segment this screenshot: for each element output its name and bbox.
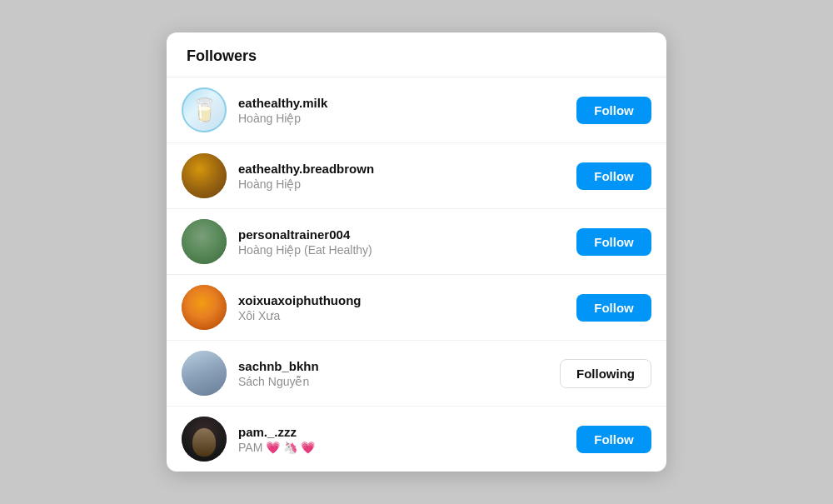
follower-display-name: Hoàng Hiệp <box>238 112 576 125</box>
modal-title: Followers <box>187 47 646 65</box>
follower-info: pam._.zzzPAM 💗 🦄 💗 <box>238 425 576 454</box>
modal-header: Followers <box>167 32 666 77</box>
follower-display-name: Sách Nguyễn <box>238 375 560 388</box>
list-item: personaltrainer004Hoàng Hiệp (Eat Health… <box>167 209 666 275</box>
following-button[interactable]: Following <box>560 359 651 388</box>
followers-modal: Followers 🥛eathealthy.milkHoàng HiệpFoll… <box>167 32 666 472</box>
follower-display-name: PAM 💗 🦄 💗 <box>238 441 576 454</box>
follower-username: pam._.zzz <box>238 425 576 439</box>
avatar <box>182 219 227 264</box>
follower-username: personaltrainer004 <box>238 227 576 242</box>
follow-button[interactable]: Follow <box>576 162 651 190</box>
followers-list: 🥛eathealthy.milkHoàng HiệpFolloweathealt… <box>167 77 666 472</box>
list-item: eathealthy.breadbrownHoàng HiệpFollow <box>167 143 666 209</box>
follower-display-name: Hoàng Hiệp <box>238 177 576 191</box>
follower-info: personaltrainer004Hoàng Hiệp (Eat Health… <box>238 227 576 257</box>
list-item: pam._.zzzPAM 💗 🦄 💗Follow <box>167 407 666 472</box>
follower-info: eathealthy.milkHoàng Hiệp <box>238 96 576 125</box>
avatar <box>182 417 227 462</box>
follow-button[interactable]: Follow <box>576 294 651 322</box>
follow-button[interactable]: Follow <box>576 426 651 453</box>
follower-username: sachnb_bkhn <box>238 359 560 373</box>
follower-info: sachnb_bkhnSách Nguyễn <box>238 359 560 388</box>
avatar <box>182 351 227 396</box>
follower-username: xoixuaxoiphuthuong <box>238 293 576 307</box>
follow-button[interactable]: Follow <box>576 97 651 124</box>
list-item: sachnb_bkhnSách NguyễnFollowing <box>167 341 666 407</box>
avatar: 🥛 <box>182 87 227 132</box>
follower-info: xoixuaxoiphuthuongXôi Xưa <box>238 293 576 322</box>
follow-button[interactable]: Follow <box>576 228 651 256</box>
avatar <box>182 153 227 198</box>
follower-info: eathealthy.breadbrownHoàng Hiệp <box>238 162 576 191</box>
follower-display-name: Hoàng Hiệp (Eat Healthy) <box>238 243 576 257</box>
follower-display-name: Xôi Xưa <box>238 309 576 322</box>
avatar <box>182 285 227 330</box>
follower-username: eathealthy.milk <box>238 96 576 110</box>
list-item: xoixuaxoiphuthuongXôi XưaFollow <box>167 275 666 341</box>
follower-username: eathealthy.breadbrown <box>238 162 576 176</box>
list-item: 🥛eathealthy.milkHoàng HiệpFollow <box>167 77 666 143</box>
